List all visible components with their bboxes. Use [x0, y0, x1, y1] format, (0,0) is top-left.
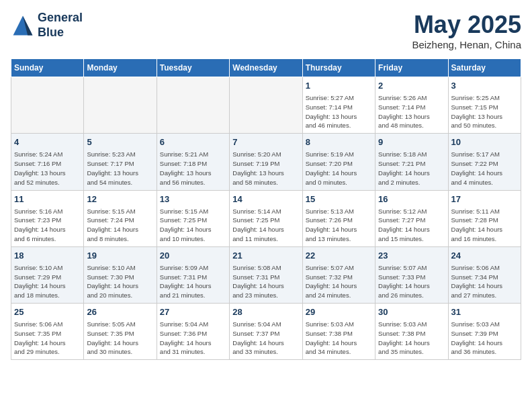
calendar-cell: 6Sunrise: 5:21 AM Sunset: 7:18 PM Daylig… — [157, 134, 229, 190]
calendar-header: SundayMondayTuesdayWednesdayThursdayFrid… — [11, 59, 521, 77]
calendar-cell: 15Sunrise: 5:13 AM Sunset: 7:26 PM Dayli… — [302, 190, 375, 246]
day-info: Sunrise: 5:06 AM Sunset: 7:34 PM Dayligh… — [451, 263, 518, 300]
day-number: 11 — [14, 193, 81, 205]
calendar-cell: 17Sunrise: 5:11 AM Sunset: 7:28 PM Dayli… — [448, 190, 521, 246]
day-number: 3 — [451, 80, 518, 92]
day-info: Sunrise: 5:18 AM Sunset: 7:21 PM Dayligh… — [378, 150, 445, 187]
calendar-cell — [157, 77, 229, 134]
calendar-cell: 9Sunrise: 5:18 AM Sunset: 7:21 PM Daylig… — [375, 134, 448, 190]
calendar-cell: 26Sunrise: 5:05 AM Sunset: 7:35 PM Dayli… — [84, 304, 157, 360]
day-number: 31 — [451, 306, 518, 318]
title-block: May 2025 Beizheng, Henan, China — [412, 11, 521, 50]
day-number: 19 — [87, 250, 153, 262]
calendar-cell: 16Sunrise: 5:12 AM Sunset: 7:27 PM Dayli… — [375, 190, 448, 246]
day-number: 14 — [232, 193, 299, 205]
day-number: 5 — [87, 136, 153, 148]
day-number: 13 — [160, 193, 226, 205]
day-info: Sunrise: 5:13 AM Sunset: 7:26 PM Dayligh… — [306, 207, 372, 244]
calendar-cell: 28Sunrise: 5:04 AM Sunset: 7:37 PM Dayli… — [230, 304, 302, 360]
day-info: Sunrise: 5:09 AM Sunset: 7:31 PM Dayligh… — [160, 263, 226, 300]
weekday-header: Friday — [375, 59, 448, 77]
day-info: Sunrise: 5:03 AM Sunset: 7:38 PM Dayligh… — [378, 320, 445, 357]
day-number: 8 — [306, 136, 372, 148]
logo-text: General Blue — [38, 11, 83, 40]
day-info: Sunrise: 5:16 AM Sunset: 7:23 PM Dayligh… — [14, 207, 81, 244]
day-number: 22 — [306, 250, 372, 262]
day-info: Sunrise: 5:10 AM Sunset: 7:29 PM Dayligh… — [14, 263, 81, 300]
day-number: 2 — [378, 80, 445, 92]
day-info: Sunrise: 5:15 AM Sunset: 7:24 PM Dayligh… — [87, 207, 153, 244]
day-number: 12 — [87, 193, 153, 205]
day-number: 9 — [378, 136, 445, 148]
day-info: Sunrise: 5:27 AM Sunset: 7:14 PM Dayligh… — [306, 93, 372, 130]
day-number: 30 — [378, 306, 445, 318]
day-info: Sunrise: 5:10 AM Sunset: 7:30 PM Dayligh… — [87, 263, 153, 300]
day-number: 10 — [451, 136, 518, 148]
weekday-header: Saturday — [448, 59, 521, 77]
calendar-cell: 1Sunrise: 5:27 AM Sunset: 7:14 PM Daylig… — [302, 77, 375, 134]
day-info: Sunrise: 5:03 AM Sunset: 7:39 PM Dayligh… — [451, 320, 518, 357]
calendar-cell: 2Sunrise: 5:26 AM Sunset: 7:14 PM Daylig… — [375, 77, 448, 134]
calendar-cell: 20Sunrise: 5:09 AM Sunset: 7:31 PM Dayli… — [157, 246, 229, 303]
day-number: 6 — [160, 136, 226, 148]
day-number: 21 — [232, 250, 299, 262]
day-number: 26 — [87, 306, 153, 318]
day-number: 15 — [306, 193, 372, 205]
day-number: 29 — [306, 306, 372, 318]
logo-icon — [11, 13, 35, 38]
calendar-body: 1Sunrise: 5:27 AM Sunset: 7:14 PM Daylig… — [11, 77, 521, 360]
calendar-week-row: 1Sunrise: 5:27 AM Sunset: 7:14 PM Daylig… — [11, 77, 521, 134]
day-info: Sunrise: 5:15 AM Sunset: 7:25 PM Dayligh… — [160, 207, 226, 244]
calendar-table: SundayMondayTuesdayWednesdayThursdayFrid… — [11, 58, 521, 360]
weekday-header: Tuesday — [157, 59, 229, 77]
day-number: 1 — [306, 80, 372, 92]
day-info: Sunrise: 5:06 AM Sunset: 7:35 PM Dayligh… — [14, 320, 81, 357]
day-info: Sunrise: 5:05 AM Sunset: 7:35 PM Dayligh… — [87, 320, 153, 357]
day-number: 20 — [160, 250, 226, 262]
calendar-cell: 8Sunrise: 5:19 AM Sunset: 7:20 PM Daylig… — [302, 134, 375, 190]
day-info: Sunrise: 5:08 AM Sunset: 7:31 PM Dayligh… — [232, 263, 299, 300]
day-info: Sunrise: 5:04 AM Sunset: 7:37 PM Dayligh… — [232, 320, 299, 357]
calendar-cell: 22Sunrise: 5:07 AM Sunset: 7:32 PM Dayli… — [302, 246, 375, 303]
calendar-cell: 13Sunrise: 5:15 AM Sunset: 7:25 PM Dayli… — [157, 190, 229, 246]
day-info: Sunrise: 5:24 AM Sunset: 7:16 PM Dayligh… — [14, 150, 81, 187]
calendar-cell: 10Sunrise: 5:17 AM Sunset: 7:22 PM Dayli… — [448, 134, 521, 190]
day-info: Sunrise: 5:03 AM Sunset: 7:38 PM Dayligh… — [306, 320, 372, 357]
day-info: Sunrise: 5:19 AM Sunset: 7:20 PM Dayligh… — [306, 150, 372, 187]
month-title: May 2025 — [412, 11, 521, 39]
calendar-cell — [84, 77, 157, 134]
day-number: 27 — [160, 306, 226, 318]
day-info: Sunrise: 5:17 AM Sunset: 7:22 PM Dayligh… — [451, 150, 518, 187]
day-info: Sunrise: 5:12 AM Sunset: 7:27 PM Dayligh… — [378, 207, 445, 244]
calendar-cell — [230, 77, 302, 134]
calendar-cell — [11, 77, 84, 134]
logo: General Blue — [11, 11, 83, 40]
calendar-week-row: 4Sunrise: 5:24 AM Sunset: 7:16 PM Daylig… — [11, 134, 521, 190]
day-info: Sunrise: 5:26 AM Sunset: 7:14 PM Dayligh… — [378, 93, 445, 130]
calendar-week-row: 18Sunrise: 5:10 AM Sunset: 7:29 PM Dayli… — [11, 246, 521, 303]
day-info: Sunrise: 5:23 AM Sunset: 7:17 PM Dayligh… — [87, 150, 153, 187]
day-number: 7 — [232, 136, 299, 148]
day-number: 24 — [451, 250, 518, 262]
calendar-cell: 19Sunrise: 5:10 AM Sunset: 7:30 PM Dayli… — [84, 246, 157, 303]
day-number: 25 — [14, 306, 81, 318]
calendar-cell: 21Sunrise: 5:08 AM Sunset: 7:31 PM Dayli… — [230, 246, 302, 303]
day-info: Sunrise: 5:07 AM Sunset: 7:33 PM Dayligh… — [378, 263, 445, 300]
day-info: Sunrise: 5:20 AM Sunset: 7:19 PM Dayligh… — [232, 150, 299, 187]
day-info: Sunrise: 5:07 AM Sunset: 7:32 PM Dayligh… — [306, 263, 372, 300]
calendar-cell: 18Sunrise: 5:10 AM Sunset: 7:29 PM Dayli… — [11, 246, 84, 303]
calendar-cell: 4Sunrise: 5:24 AM Sunset: 7:16 PM Daylig… — [11, 134, 84, 190]
calendar-cell: 3Sunrise: 5:25 AM Sunset: 7:15 PM Daylig… — [448, 77, 521, 134]
day-info: Sunrise: 5:25 AM Sunset: 7:15 PM Dayligh… — [451, 93, 518, 130]
calendar-cell: 31Sunrise: 5:03 AM Sunset: 7:39 PM Dayli… — [448, 304, 521, 360]
day-number: 17 — [451, 193, 518, 205]
day-number: 16 — [378, 193, 445, 205]
calendar-cell: 14Sunrise: 5:14 AM Sunset: 7:25 PM Dayli… — [230, 190, 302, 246]
calendar-cell: 24Sunrise: 5:06 AM Sunset: 7:34 PM Dayli… — [448, 246, 521, 303]
day-info: Sunrise: 5:04 AM Sunset: 7:36 PM Dayligh… — [160, 320, 226, 357]
day-info: Sunrise: 5:11 AM Sunset: 7:28 PM Dayligh… — [451, 207, 518, 244]
calendar-cell: 7Sunrise: 5:20 AM Sunset: 7:19 PM Daylig… — [230, 134, 302, 190]
calendar-cell: 5Sunrise: 5:23 AM Sunset: 7:17 PM Daylig… — [84, 134, 157, 190]
calendar-week-row: 25Sunrise: 5:06 AM Sunset: 7:35 PM Dayli… — [11, 304, 521, 360]
weekday-header: Sunday — [11, 59, 84, 77]
